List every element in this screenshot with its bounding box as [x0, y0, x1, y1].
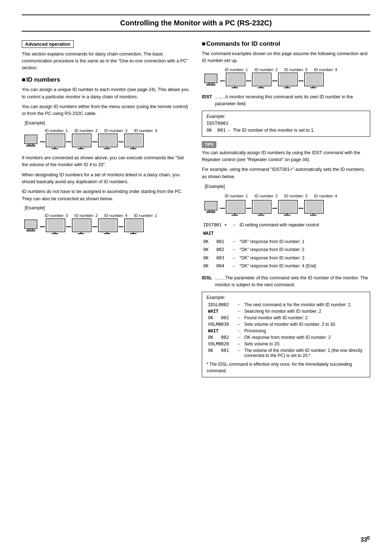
- cmd-row-5: OK 004 ← "OK" response from ID number: 4…: [202, 262, 370, 270]
- diagram-2: ID number: 3 ID number: 2 ID number: 4 I…: [22, 213, 190, 236]
- svg-rect-31: [54, 232, 55, 233]
- cmd-3-desc: "OK" response from ID number: 2: [238, 246, 370, 254]
- svg-rect-95: [310, 215, 317, 216]
- conn-4: [118, 141, 123, 143]
- svg-rect-52: [220, 81, 225, 81]
- idsl-0-cmd: IDSL0002: [207, 301, 236, 308]
- cmd-2-desc: "OK" response from ID number: 1: [238, 238, 370, 246]
- page-suffix: E: [367, 535, 370, 541]
- cmd-1-cmd: WAIT: [202, 229, 231, 238]
- cmd-3-arrow: ←: [231, 246, 238, 254]
- svg-rect-78: [228, 201, 244, 212]
- example-label-1: [Example]: [25, 120, 190, 126]
- idsl-2-desc: Found monitor with ID number: 2: [243, 315, 366, 321]
- diag3-label-2: ID number: 2: [251, 67, 281, 72]
- svg-rect-93: [306, 201, 322, 212]
- cmd-3-cmd: OK 002: [202, 246, 231, 254]
- svg-rect-9: [66, 141, 71, 142]
- svg-rect-47: [130, 233, 136, 234]
- diagram-1-monitors: [22, 133, 190, 151]
- page-number: 33E: [361, 535, 370, 543]
- page: Controlling the Monitor with a PC (RS-23…: [0, 0, 392, 554]
- svg-rect-21: [126, 135, 142, 146]
- svg-rect-88: [280, 201, 296, 212]
- svg-rect-94: [313, 213, 314, 215]
- idsl-block: IDSL ........The parameter of this comma…: [202, 275, 370, 289]
- diag2-label-1: ID number: 3: [41, 213, 71, 218]
- advanced-intro: This section explains commands for daisy…: [22, 51, 190, 71]
- idst-desc: ........A monitor receiving this command…: [215, 94, 370, 108]
- conn-5: [40, 226, 45, 228]
- diagram-1-labels: ID number: 1 ID number: 2 ID number: 3 I…: [41, 128, 190, 133]
- svg-rect-43: [118, 226, 123, 227]
- idst-ok-line: OK 001 ← The ID number of this monitor i…: [207, 127, 366, 134]
- cmd-0-desc: ID setting command with repeater control: [238, 221, 370, 229]
- left-column: Advanced operation This section explains…: [22, 40, 190, 239]
- commands-id-intro: The command examples shown on this page …: [202, 50, 370, 65]
- svg-rect-59: [254, 74, 270, 85]
- conn-8: [118, 226, 123, 228]
- monitor-11: [277, 72, 298, 90]
- svg-rect-62: [272, 81, 277, 81]
- pc-icon-2: [22, 218, 40, 236]
- diagram-2-labels: ID number: 3 ID number: 2 ID number: 4 I…: [41, 213, 190, 218]
- tips-header: TIPS: [202, 141, 216, 148]
- idst-ok-code: OK 001: [207, 127, 226, 133]
- svg-rect-76: [220, 208, 225, 209]
- idsl-3-arrow: ←: [236, 321, 243, 328]
- pc-icon-4: [202, 199, 220, 217]
- monitor-15: [277, 200, 298, 217]
- svg-rect-16: [100, 135, 116, 146]
- idsl-desc: ........The parameter of this command se…: [215, 275, 370, 289]
- svg-rect-89: [287, 213, 287, 215]
- cmd-5-cmd: OK 004: [202, 262, 231, 270]
- svg-rect-11: [74, 135, 90, 146]
- id-numbers-p4: When designating ID numbers for a set of…: [22, 172, 190, 186]
- svg-rect-35: [74, 220, 90, 231]
- example-label-2: [Example]: [25, 205, 190, 210]
- diagram-1: ID number: 1 ID number: 2 ID number: 3 I…: [22, 128, 190, 151]
- cmd-4-cmd: OK 003: [202, 254, 231, 262]
- idsl-7-desc: The volume of the monitor with ID number…: [243, 347, 366, 359]
- cmd-4-desc: "OK" response from ID number: 3: [238, 254, 370, 262]
- svg-rect-75: [207, 212, 215, 213]
- svg-rect-4: [40, 141, 45, 142]
- tips-example-label: [Example]: [205, 183, 370, 190]
- svg-rect-38: [92, 226, 97, 227]
- idsl-6-cmd: VOLM0020: [207, 341, 236, 347]
- idst-example-box: Example: IDST0001 OK 001 ← The ID number…: [202, 111, 370, 137]
- svg-rect-18: [104, 148, 110, 149]
- diagram-4-labels: ID number: 1 ID number: 2 ID number: 3 I…: [221, 193, 370, 199]
- monitor-1: [45, 133, 66, 151]
- monitor-9: [225, 72, 246, 90]
- idsl-row-5: OK 002 ← OK response from monitor with I…: [207, 334, 366, 341]
- idsl-row-6: VOLM0020 ← Sets volume to 20.: [207, 341, 366, 347]
- idsl-1-cmd: WAIT: [207, 308, 236, 315]
- svg-rect-7: [54, 147, 55, 148]
- diag4-label-3: ID number: 3: [281, 193, 311, 199]
- page-title: Controlling the Monitor with a PC (RS-23…: [22, 15, 370, 32]
- cmd-row-1: WAIT: [202, 229, 370, 238]
- diag2-label-2: ID number: 2: [71, 213, 101, 218]
- svg-rect-90: [284, 215, 290, 216]
- idsl-7-cmd: OK 001: [207, 347, 236, 359]
- tips-command-table: IDST001 + ← ID setting command with repe…: [202, 221, 370, 270]
- tips-p2: For example, using the command "IDST001+…: [202, 166, 370, 180]
- page-num-text: 33: [361, 537, 367, 543]
- svg-rect-28: [40, 226, 45, 227]
- idsl-1-arrow: ←: [236, 308, 243, 315]
- conn-3: [92, 141, 97, 143]
- idsl-7-arrow: ←: [236, 347, 243, 359]
- svg-rect-12: [81, 147, 81, 148]
- idsl-row-2: OK 002 ← Found monitor with ID number: 2: [207, 315, 366, 321]
- idsl-footnote: * The IDSL command is effective only onc…: [207, 361, 366, 374]
- main-content: Advanced operation This section explains…: [22, 40, 370, 382]
- id-numbers-p5: ID numbers do not have to be assigned in…: [22, 188, 190, 202]
- svg-rect-42: [104, 233, 110, 234]
- diagram-3-monitors: [202, 72, 370, 90]
- cmd-1-desc: [238, 229, 370, 238]
- cmd-row-4: OK 003 ← "OK" response from ID number: 3: [202, 254, 370, 262]
- svg-rect-64: [280, 74, 296, 85]
- idsl-example-title: Example:: [207, 295, 366, 300]
- conn-15: [272, 207, 277, 209]
